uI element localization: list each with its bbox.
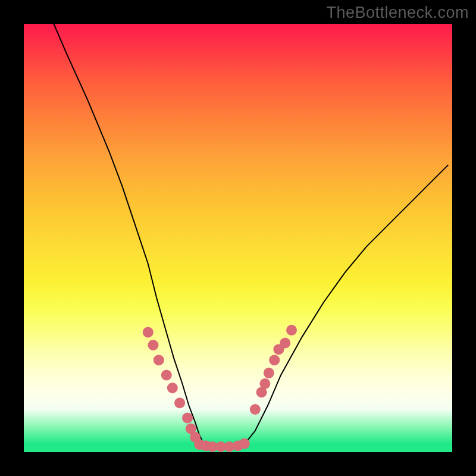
data-marker: [269, 355, 280, 365]
data-marker: [259, 378, 270, 389]
data-marker: [250, 404, 261, 415]
data-marker: [161, 369, 172, 380]
marker-group-left: [143, 327, 201, 442]
watermark-label: TheBottleneck.com: [326, 4, 469, 22]
data-marker: [148, 340, 158, 350]
data-marker: [190, 432, 201, 443]
chart-container: TheBottleneck.com: [0, 0, 476, 476]
data-marker: [286, 325, 297, 336]
bottleneck-curve: [54, 24, 447, 447]
data-marker: [182, 412, 193, 423]
marker-group-right: [250, 325, 297, 415]
chart-svg: [24, 24, 452, 452]
data-marker: [239, 439, 250, 449]
data-marker: [280, 337, 290, 348]
data-marker: [264, 368, 274, 378]
data-marker: [174, 397, 185, 408]
plot-area: [24, 24, 452, 452]
data-marker: [143, 327, 154, 337]
data-marker: [167, 383, 178, 393]
marker-group-bottom: [194, 439, 250, 452]
data-marker: [154, 355, 164, 365]
